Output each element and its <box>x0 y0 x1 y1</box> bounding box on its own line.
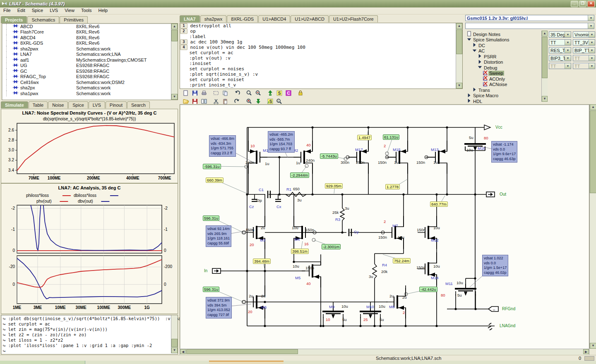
current-callout[interactable]: 596.31u <box>203 216 219 221</box>
voltage-callout[interactable]: 394.48m <box>253 259 271 264</box>
corner-combo-tt-3v[interactable]: TT_3V▼ <box>573 39 595 46</box>
chevron-down-icon[interactable]: ▼ <box>588 23 594 29</box>
restore-button[interactable]: ❐ <box>579 1 586 7</box>
schematic-hscrollbar[interactable]: ◀ ▶ <box>180 349 589 355</box>
current-callout[interactable]: -5.7443u <box>320 153 338 159</box>
sim-tree-item-debug[interactable]: Debug <box>465 65 541 71</box>
sim-tree-item-design-notes[interactable]: Design Notes <box>465 31 541 37</box>
chevron-down-icon[interactable]: ▼ <box>589 32 595 37</box>
sim-tree-item-hdl[interactable]: HDL <box>465 98 541 104</box>
project-row[interactable]: sha2pxSchematics:work <box>6 85 171 91</box>
script-editor[interactable]: 1 destroyplot all2 op :label3 ac dec 100… <box>180 23 455 89</box>
project-row[interactable]: sha2pwxSchematics:work <box>6 46 171 52</box>
lock-button[interactable] <box>296 89 305 97</box>
sim-tree-item-sweep[interactable]: Sweep <box>465 71 541 77</box>
editor-line[interactable]: set curplot = ac <box>180 50 455 55</box>
project-row[interactable]: sha1pwxSchematics:work <box>6 91 171 96</box>
push-up-button[interactable] <box>266 89 274 97</box>
corner-combo-tt[interactable]: TT▼ <box>549 39 571 46</box>
voltage-callout[interactable]: 929.05m <box>325 183 343 189</box>
menu-lvs[interactable]: LVS <box>46 7 61 14</box>
schematic-canvas[interactable]: VccOut↔RFGndLNAGndIn M1M2M17M15M13M16M3M… <box>180 104 589 349</box>
sim-tree-item-spice-macro[interactable]: Spice Macro <box>465 93 541 99</box>
chevron-down-icon[interactable]: ▼ <box>589 63 595 69</box>
editor-line[interactable]: 1 destroyplot all <box>180 23 455 29</box>
corner-combo-35-degc[interactable]: 35 DegC▼ <box>549 31 571 38</box>
close-button[interactable]: ✕ <box>587 1 595 7</box>
voltage-callout[interactable]: 1.4947 <box>357 135 372 140</box>
operating-point-box[interactable]: vdsat 1.022vds 0.01/gm 1.5e+17capgg 46.0… <box>482 255 508 276</box>
project-row[interactable]: GCES9268:RFAGC <box>6 68 171 74</box>
editor-line[interactable]: :label <box>180 34 455 39</box>
chevron-down-icon[interactable]: ▼ <box>588 15 594 21</box>
project-row[interactable]: UGES9268:RFAGC <box>6 63 171 69</box>
editor-line[interactable]: 3 ac dec 100 30meg 1g <box>180 39 455 45</box>
tab-simulate[interactable]: Simulate <box>1 101 28 108</box>
tab-projects[interactable]: Projects <box>1 16 27 23</box>
menu-file[interactable]: File <box>0 7 14 14</box>
corner-combo-res-tt[interactable]: RES_TT▼ <box>549 47 571 53</box>
project-row[interactable]: 8XRL-GDS8XRL:Rev6 <box>6 41 171 46</box>
schematic-tab-u1-abcd4[interactable]: U1>ABCD4 <box>258 15 290 22</box>
project-row[interactable]: aaf1MySchematics:Drawings;CMOSET <box>6 57 171 63</box>
chevron-down-icon[interactable]: ▼ <box>565 48 571 53</box>
tab-search[interactable]: Search <box>127 101 150 108</box>
project-row[interactable]: Flash7Core8XRL:Rev6 <box>6 29 171 35</box>
c-badge-button[interactable]: C <box>284 89 293 97</box>
command-history[interactable]: ↪ :plot db(sqrt(inoise_s_v)/sqrt(4*boltz… <box>1 315 178 354</box>
menu-tools[interactable]: Tools <box>78 7 95 14</box>
select-rect-button[interactable] <box>211 89 220 97</box>
editor-line[interactable]: 4 noise v(out) vin dec 100 50meg 1000meg… <box>180 45 455 50</box>
operating-point-box[interactable]: vdsat -466.8mvds -834.3m1/gm 571.755capg… <box>209 135 236 157</box>
menu-help[interactable]: Help <box>95 7 111 14</box>
current-callout[interactable]: -596.31u <box>203 164 221 169</box>
operating-point-box[interactable]: vdsat 372.9mvds 394.5m1/gm 413.052capgg … <box>206 297 232 318</box>
schematic-tab-8xrl-gds[interactable]: 8XRL-GDS <box>227 15 258 22</box>
current-callout[interactable]: 596.31u <box>203 287 219 292</box>
tab-spice[interactable]: Spice <box>68 101 88 108</box>
tab-table[interactable]: Table <box>29 101 48 108</box>
tab-noise[interactable]: Noise <box>48 101 68 108</box>
zoom-out-button[interactable] <box>254 89 262 97</box>
editor-line[interactable]: 2 op <box>180 29 455 34</box>
chevron-down-icon[interactable]: ▼ <box>589 48 595 53</box>
process-corner-combo[interactable]: Gsmc015 1.2v 3.3v: gl015lv.l ▼ <box>465 15 594 21</box>
schematic-tab-u1-u2-abcd[interactable]: U1>U2>ABCD <box>291 15 329 22</box>
tab-pinout[interactable]: Pinout <box>106 101 127 108</box>
projects-scrollbar[interactable]: ▲ ▼ <box>171 24 178 100</box>
tree-scrollbar[interactable]: ▲ ▼ <box>541 31 548 102</box>
schematic-tab-u1-u2-flash7core[interactable]: U1>U2>Flash7Core <box>329 15 378 22</box>
chevron-down-icon[interactable]: ▼ <box>589 40 595 45</box>
spice-badge-button[interactable]: S <box>275 89 284 97</box>
voltage-callout[interactable]: 660.39m <box>206 177 223 183</box>
project-row[interactable]: ABCD8XRL:Rev6 <box>6 24 171 29</box>
editor-line[interactable]: :plot v(out) :v <box>180 55 455 61</box>
current-callout[interactable]: -2.2944m <box>290 172 309 178</box>
operating-point-box[interactable]: vdsat -465.2mvds -565.7m1/gm 154.703capg… <box>268 131 295 153</box>
sim-tree-item-trans[interactable]: Trans <box>465 87 541 93</box>
editor-line[interactable]: set curplot = noises <box>180 66 455 72</box>
corner-combo-bip-tt[interactable]: BIP_TT▼ <box>573 47 595 53</box>
copy-button[interactable] <box>221 89 229 97</box>
project-row[interactable]: LNA7Schematics:work;LNA <box>6 52 171 57</box>
print-button[interactable] <box>199 89 208 97</box>
voltage-callout[interactable]: 398.51m <box>291 249 309 254</box>
chevron-down-icon[interactable]: ▼ <box>565 32 571 37</box>
schematic-tab-lna7[interactable]: LNA7 <box>180 15 200 22</box>
tab-lvs[interactable]: LVS <box>89 101 105 108</box>
save-button[interactable] <box>190 89 199 97</box>
schematic-tab-sha2pwx[interactable]: sha2pwx <box>200 15 226 22</box>
corner-combo-vnominal[interactable]: Vnominal▼ <box>573 31 595 38</box>
menu-view[interactable]: View <box>61 7 78 14</box>
project-row[interactable]: ABCD48XRL:Rev6 <box>6 35 171 41</box>
minimize-button[interactable]: _ <box>571 1 578 7</box>
chevron-down-icon[interactable]: ▼ <box>589 55 595 61</box>
operating-point-box[interactable]: vdsat -1.174vds 0.01/gm 9.6e+17capgg 46.… <box>491 141 517 163</box>
command-history-panel[interactable]: ↪ :plot db(sqrt(inoise_s_v)/sqrt(4*boltz… <box>1 315 178 354</box>
tab-schematics[interactable]: Schematics <box>27 16 59 23</box>
chevron-down-icon[interactable]: ▼ <box>565 63 571 69</box>
editor-line[interactable]: :inoiset <box>180 61 455 66</box>
current-callout[interactable]: -2.3001m <box>322 244 341 249</box>
chevron-down-icon[interactable]: ▼ <box>565 55 571 61</box>
tab-primitives[interactable]: Primitives <box>60 16 88 23</box>
